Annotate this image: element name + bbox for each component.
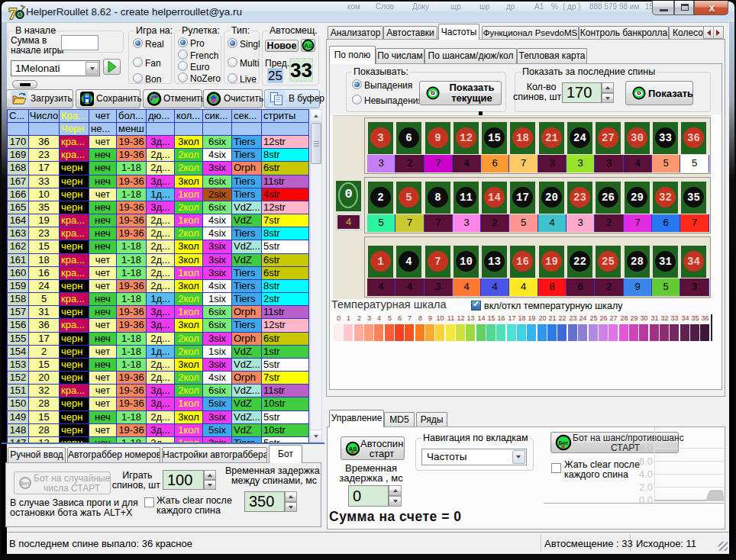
svg-text:Бот: Бот	[559, 440, 569, 446]
svg-text:Бот: Бот	[21, 481, 30, 486]
svg-text:As: As	[304, 42, 312, 50]
svg-text:7: 7	[8, 4, 17, 22]
